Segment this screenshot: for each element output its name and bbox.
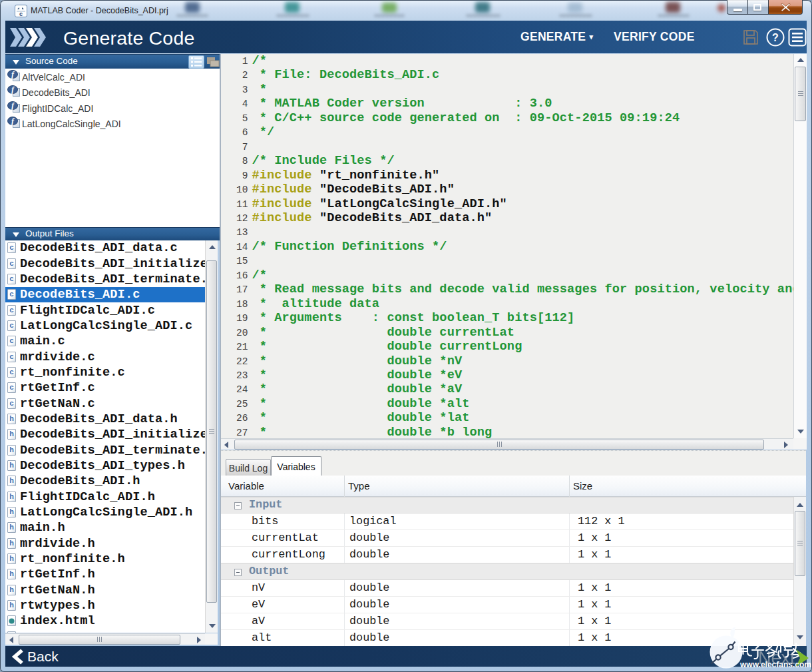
svg-text:c: c	[19, 11, 23, 17]
svg-text:?: ?	[772, 32, 779, 43]
svg-text:www.elecfans.com: www.elecfans.com	[739, 660, 811, 669]
